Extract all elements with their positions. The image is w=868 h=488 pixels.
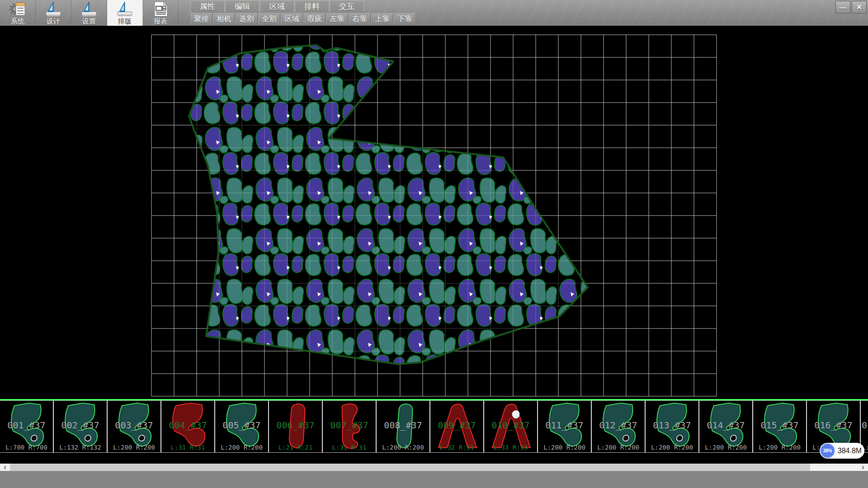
part-name-label: 016_#37 <box>807 420 860 431</box>
part-name-label: 012_#37 <box>592 420 645 431</box>
part-count-label: L:200 R:200 <box>215 444 268 451</box>
menu-tab-edit[interactable]: 编辑 <box>225 0 259 12</box>
menu-tab-bar: 属性编辑区域排料交互 <box>190 0 364 13</box>
part-cell-005_#37[interactable]: 005_#37L:200 R:200 <box>215 401 269 452</box>
minimize-button[interactable]: — <box>835 1 850 14</box>
part-count-label: L:31 R:31 <box>161 444 214 451</box>
module-launcher: 系统设计设置排版报表 <box>0 0 179 26</box>
nesting-canvas-svg[interactable] <box>0 26 868 399</box>
part-name-label: 009_#37 <box>430 420 483 431</box>
action-button-align-right[interactable]: 右靠 <box>349 13 371 25</box>
part-cell-009_#37[interactable]: 009_#37L:32 R:31 <box>430 401 484 452</box>
part-count-label: L:200 R:200 <box>646 444 698 451</box>
action-button-align-bottom[interactable]: 下靠 <box>394 13 416 25</box>
part-cell-011_#37[interactable]: 011_#37L:200 R:200 <box>538 401 592 452</box>
window-controls: — ✕ <box>835 1 867 14</box>
part-name-label: 001_#37 <box>0 420 53 431</box>
scroll-right-arrow-icon[interactable]: › <box>858 464 868 471</box>
menu-tab-interact[interactable]: 交互 <box>330 0 364 12</box>
scroll-left-arrow-icon[interactable]: ‹ <box>0 464 10 471</box>
part-name-label: 006_#37 <box>269 420 322 431</box>
application-window: 系统设计设置排版报表 属性编辑区域排料交互 聚排相机选割全割区域瑕疵左靠右靠上靠… <box>0 0 868 488</box>
part-count-label: L:200 R:200 <box>538 444 591 451</box>
part-count-label: L:200 R:200 <box>699 444 752 451</box>
progress-badge: 38% 384.8M <box>820 443 864 459</box>
part-name-label: 004_#37 <box>161 420 214 431</box>
launcher-item-label: 设置 <box>82 17 96 25</box>
part-count-label: L:200 R:200 <box>108 444 160 451</box>
part-name-label: 014_#37 <box>699 420 752 431</box>
menu-tab-nesting[interactable]: 排料 <box>295 0 329 12</box>
horizontal-scrollbar[interactable]: ‹ › <box>0 464 868 471</box>
action-button-camera[interactable]: 相机 <box>213 13 235 25</box>
part-name-label: 013_#37 <box>646 420 698 431</box>
action-button-align-left[interactable]: 左靠 <box>326 13 348 25</box>
part-name-label: 011_#37 <box>538 420 591 431</box>
part-cell-001_#37[interactable]: 001_#37L:700 R:700 <box>0 401 54 452</box>
part-count-label: L:200 R:200 <box>377 444 429 451</box>
top-toolbar: 系统设计设置排版报表 属性编辑区域排料交互 聚排相机选割全割区域瑕疵左靠右靠上靠… <box>0 0 868 26</box>
close-button[interactable]: ✕ <box>852 1 867 14</box>
part-name-label: 010_#37 <box>484 420 537 431</box>
part-cell-010_#37[interactable]: 010_#37L:33 R:33 <box>484 401 538 452</box>
part-count-label: L:700 R:700 <box>0 444 53 451</box>
menu-tab-region[interactable]: 区域 <box>260 0 294 12</box>
launcher-item-label: 系统 <box>11 17 24 25</box>
part-cell-003_#37[interactable]: 003_#37L:200 R:200 <box>108 401 161 452</box>
action-button-cut-all[interactable]: 全割 <box>258 13 280 25</box>
nesting-canvas-area[interactable] <box>0 26 868 399</box>
scrollbar-thumb[interactable] <box>10 464 810 471</box>
launcher-item-report[interactable]: 报表 <box>143 0 179 26</box>
part-count-label: L:33 R:33 <box>484 444 537 451</box>
part-cell-006_#37[interactable]: 006_#37L:21 R:21 <box>269 401 323 452</box>
part-cell-013_#37[interactable]: 013_#37L:200 R:200 <box>646 401 699 452</box>
part-cell-012_#37[interactable]: 012_#37L:200 R:200 <box>592 401 646 452</box>
part-cell-002_#37[interactable]: 002_#37L:132 R:132 <box>54 401 108 452</box>
part-name-label: 0 <box>861 420 868 431</box>
part-name-label: 002_#37 <box>54 420 107 431</box>
ruler-layout-icon <box>116 1 134 17</box>
memory-usage-label: 384.8M <box>835 447 864 455</box>
launcher-item-layout[interactable]: 排版 <box>107 0 143 26</box>
progress-percent-circle: 38% <box>820 443 835 458</box>
action-button-bar: 聚排相机选割全割区域瑕疵左靠右靠上靠下靠 <box>190 13 416 25</box>
part-name-label: 005_#37 <box>215 420 268 431</box>
part-cell-007_#37[interactable]: 007_#37L:31 R:31 <box>323 401 377 452</box>
action-button-defect[interactable]: 瑕疵 <box>303 13 326 25</box>
launcher-item-label: 设计 <box>47 17 60 25</box>
part-cell-004_#37[interactable]: 004_#37L:31 R:31 <box>161 401 215 452</box>
part-cell-008_#37[interactable]: 008_#37L:200 R:200 <box>377 401 430 452</box>
menu-tab-properties[interactable]: 属性 <box>190 0 225 12</box>
part-name-label: 003_#37 <box>108 420 160 431</box>
part-count-label: L:200 R:200 <box>592 444 645 451</box>
launcher-item-design[interactable]: 设计 <box>36 0 71 26</box>
part-cell-014_#37[interactable]: 014_#37L:200 R:200 <box>699 401 753 452</box>
launcher-item-label: 报表 <box>154 17 167 25</box>
part-name-label: 008_#37 <box>377 420 429 431</box>
report-document-icon <box>151 1 170 17</box>
action-button-zone[interactable]: 区域 <box>281 13 303 25</box>
action-button-cluster-nest[interactable]: 聚排 <box>190 13 212 25</box>
launcher-item-system[interactable]: 系统 <box>0 0 36 26</box>
part-name-label: 015_#37 <box>753 420 806 431</box>
ruler-settings-icon <box>80 1 98 17</box>
parts-thumbnail-strip: 001_#37L:700 R:700002_#37L:132 R:132003_… <box>0 400 868 453</box>
action-button-cut-selected[interactable]: 选割 <box>236 13 258 25</box>
action-button-align-top[interactable]: 上靠 <box>371 13 393 25</box>
part-count-label: L:21 R:21 <box>269 444 322 451</box>
part-count-label: L:132 R:132 <box>54 444 107 451</box>
part-count-label: L:200 R:200 <box>753 444 806 451</box>
gear-system-icon <box>9 1 27 17</box>
status-bar <box>0 471 868 488</box>
launcher-item-settings[interactable]: 设置 <box>71 0 107 26</box>
launcher-item-label: 排版 <box>118 17 132 25</box>
part-name-label: 007_#37 <box>323 420 376 431</box>
part-cell-015_#37[interactable]: 015_#37L:200 R:200 <box>753 401 807 452</box>
ruler-design-icon <box>44 1 62 17</box>
part-count-label: L:32 R:31 <box>430 444 483 451</box>
part-count-label: L:31 R:31 <box>323 444 376 451</box>
